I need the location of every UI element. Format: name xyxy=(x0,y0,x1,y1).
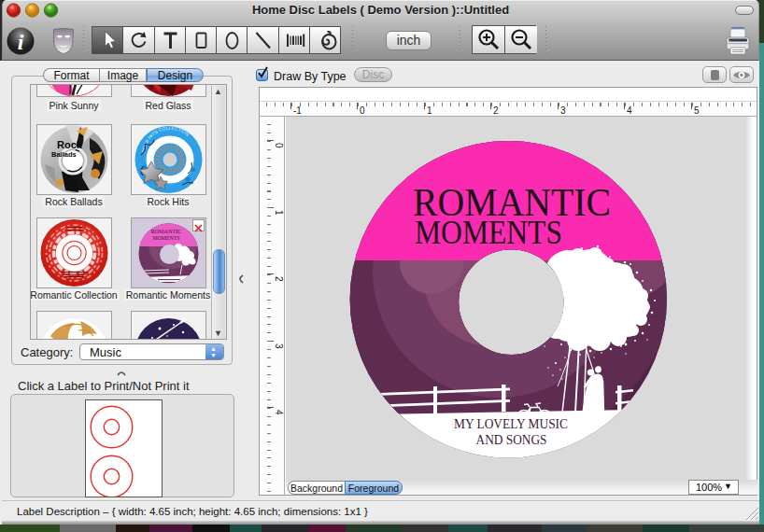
svg-text:MOMENTS: MOMENTS xyxy=(415,215,562,251)
svg-text:Rock: Rock xyxy=(57,139,83,150)
svg-text:3: 3 xyxy=(560,105,566,116)
svg-text:AND SONGS: AND SONGS xyxy=(476,433,547,447)
svg-text:1: 1 xyxy=(274,210,284,216)
svg-text:0: 0 xyxy=(274,143,284,148)
svg-text:1: 1 xyxy=(427,105,432,116)
svg-text:2: 2 xyxy=(493,105,499,116)
svg-text:MOMENTS: MOMENTS xyxy=(153,235,180,241)
svg-text:0: 0 xyxy=(360,105,365,116)
svg-text:-1: -1 xyxy=(293,105,302,116)
svg-text:i: i xyxy=(18,30,24,54)
svg-text:5: 5 xyxy=(694,105,700,116)
svg-text:2: 2 xyxy=(274,276,284,282)
svg-text:4: 4 xyxy=(627,105,632,116)
svg-text:3: 3 xyxy=(274,343,284,349)
svg-text:MY LOVELY MUSIC: MY LOVELY MUSIC xyxy=(454,416,568,431)
svg-text:ROMANTIC: ROMANTIC xyxy=(150,228,181,234)
svg-text:Ballads: Ballads xyxy=(51,150,77,159)
svg-text:4: 4 xyxy=(274,410,284,415)
